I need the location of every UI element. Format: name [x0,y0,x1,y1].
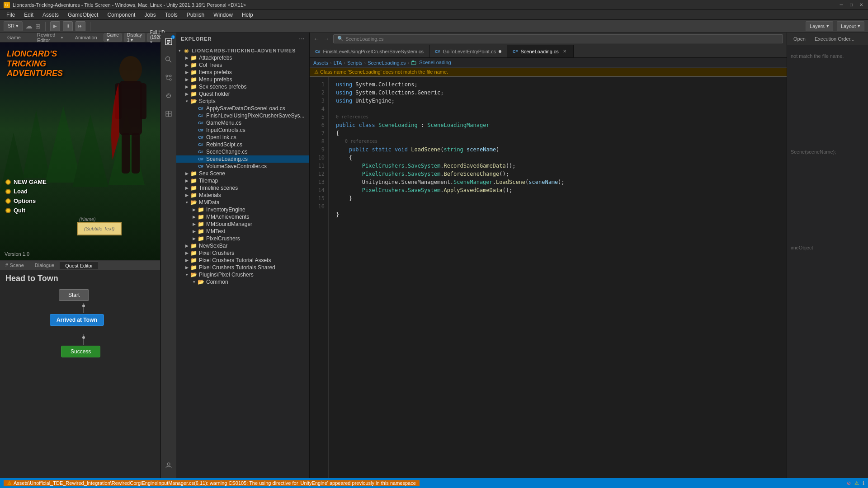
file-game-menu[interactable]: C# GameMenu.cs [176,119,309,127]
maximize-button[interactable]: □ [848,2,854,8]
game-dropdown[interactable]: Game ▾ [104,33,122,42]
file-finish-level[interactable]: C# FinishLevelUsingPixelCrusherSaveSys..… [176,112,309,119]
code-content[interactable]: using System.Collections; using System.C… [329,77,787,478]
breadcrumb-assets[interactable]: Assets [313,60,328,66]
breadcrumb-lta[interactable]: LTA [334,60,342,66]
tab-go-to-level[interactable]: C# GoToLevelEntryPoint.cs [429,45,507,57]
folder-attackprefebs[interactable]: ▶ 📁 Attackprefebs [176,54,309,61]
game-view: LIONCARD'STRICKINGADVENTURES NEW GAME Lo… [0,42,160,260]
menu-edit[interactable]: Edit [19,11,38,19]
layers-button[interactable]: Layers ▾ [806,21,833,31]
search-bar[interactable]: 🔍 SceneLoading.cs [333,34,783,43]
tab-scene-loading[interactable]: C# SceneLoading.cs ✕ [507,45,574,57]
breadcrumb-file[interactable]: SceneLoading.cs [368,60,406,66]
folder-inventory-engine[interactable]: ▶ 📁 InventoryEngine [176,206,309,213]
debug-icon[interactable] [163,90,174,101]
folder-sex-scenes-prefebs[interactable]: ▶ 📁 Sex scenes prefebs [176,83,309,90]
open-button[interactable]: Open [791,35,808,42]
close-button[interactable]: ✕ [858,2,864,8]
arrow: ▶ [184,92,190,96]
file-rebind-scipt[interactable]: C# RebindScipt.cs [176,141,309,148]
file-scene-loading[interactable]: C# SceneLoading.cs [176,155,309,163]
folder-mmtest[interactable]: ▶ 📁 MMTest [176,228,309,235]
menu-help[interactable]: Help [237,11,258,19]
folder-quest-holder[interactable]: ▶ 📁 Quest holder [176,90,309,98]
folder-sex-scene[interactable]: ▶ 📁 Sex Scene [176,170,309,177]
quest-graph: Start Arrived at Town Success [0,287,160,386]
folder-common[interactable]: ▾ 📂 Common [176,278,309,286]
code-line-11: UnityEngine.SceneManagement.SceneManager… [336,178,779,186]
folder-scripts[interactable]: ▾ 📂 Scripts [176,98,309,105]
menu-gameobject[interactable]: GameObject [63,11,103,19]
folder-pixelcrushers-mm[interactable]: ▶ 📁 PixelCrushers [176,235,309,242]
git-icon[interactable] [163,72,174,83]
arrow: ▶ [184,84,190,89]
window-controls: ─ □ ✕ [838,2,864,8]
extensions-icon[interactable] [163,108,174,119]
arrow: ▶ [184,178,190,183]
display-dropdown[interactable]: Display 1 ▾ [124,33,145,42]
folder-tilemap[interactable]: ▶ 📁 Tilemap [176,177,309,184]
file-apply-save[interactable]: C# ApplySaveDataOnSceneLoad.cs [176,105,309,112]
file-label: RebindScipt.cs [206,141,242,148]
menu-tools[interactable]: Tools [160,11,182,19]
explorer-icon[interactable]: 1 [163,36,174,47]
folder-label: Items prefebs [199,69,232,75]
folder-materials[interactable]: ▶ 📁 Materials [176,192,309,199]
folder-mmdata[interactable]: ▾ 📂 MMData [176,199,309,206]
explorer-menu-icon[interactable]: ··· [299,36,305,42]
folder-pc-tutorial-assets[interactable]: ▶ 📁 Pixel Crushers Tutorial Assets [176,257,309,264]
step-button[interactable]: ⏭ [75,21,85,31]
menu-component[interactable]: Component [103,11,140,19]
menu-assets[interactable]: Assets [38,11,63,19]
nav-forward-button[interactable]: → [323,35,330,42]
sr-button[interactable]: SR ▾ [4,21,23,31]
folder-col-trees[interactable]: ▶ 📁 Col Trees [176,61,309,69]
pause-button[interactable]: ⏸ [63,21,73,31]
tab-quest-editor[interactable]: Quest Editor [60,262,98,269]
folder-mmsound[interactable]: ▶ 📁 MMSoundManager [176,221,309,228]
tab-scene[interactable]: # Scene [0,262,29,269]
menu-window[interactable]: Window [209,11,237,19]
menu-publish[interactable]: Publish [182,11,209,19]
root-folder[interactable]: ▾ ◉ LIONCARDS-TRICKING-ADVENTURES [176,47,309,54]
tab-finish-level[interactable]: C# FinishLevelUsingPixelCrusherSaveSyste… [310,45,429,57]
folder-menu-prefebs[interactable]: ▶ 📁 Menu prefebs [176,76,309,83]
breadcrumb-class[interactable]: SceneLoading [411,60,451,66]
breadcrumb-scripts[interactable]: Scripts [347,60,363,66]
account-icon[interactable]: ⊞ [35,23,41,30]
cloud-icon[interactable]: ☁ [25,22,33,30]
folder-mmachievements[interactable]: ▶ 📁 MMAchievements [176,213,309,221]
folder-timeline[interactable]: ▶ 📁 Timeline scenes [176,184,309,192]
folder-plugins-pc[interactable]: ▾ 📂 Plugins\Pixel Crushers [176,271,309,278]
folder-label: Pixel Crushers Tutorial Assets [199,257,271,263]
code-breadcrumb: Assets › LTA › Scripts › SceneLoading.cs… [310,58,787,68]
tab-animation[interactable]: Animation [71,34,102,41]
search-sidebar-icon[interactable] [163,54,174,65]
menu-file[interactable]: File [2,11,19,19]
tab-game[interactable]: Game [3,34,25,41]
arrow: ▶ [184,171,190,176]
nav-back-button[interactable]: ← [313,35,320,42]
execution-order-button[interactable]: Execution Order... [812,35,857,42]
file-open-link[interactable]: C# OpenLink.cs [176,134,309,141]
file-volume-save[interactable]: C# VolumeSaveController.cs [176,163,309,170]
version-text: Version 1.0 [5,251,29,257]
folder-pixel-crushers[interactable]: ▶ 📁 Pixel Crushers [176,249,309,257]
folder-pc-tutorials-shared[interactable]: ▶ 📁 Pixel Crushers Tutorials Shared [176,264,309,271]
folder-items-prefebs[interactable]: ▶ 📁 Items prefebs [176,69,309,76]
code-line-8: { [336,154,779,162]
tab-rewired-editor[interactable]: Rewired Editor [33,31,60,44]
file-input-controls[interactable]: C# InputControls.cs [176,127,309,134]
folder-newsexbar[interactable]: ▶ 📁 NewSexBar [176,242,309,249]
tab-dialogue[interactable]: Dialogue [29,262,60,269]
file-scene-change[interactable]: C# SceneChange.cs [176,148,309,155]
tab-close-button[interactable]: ✕ [561,48,568,55]
layout-button[interactable]: Layout ▾ [837,21,864,31]
arrow: ▶ [184,258,190,263]
quest-node-arrived: Arrived at Town [50,314,104,326]
user-icon[interactable] [163,460,174,471]
minimize-button[interactable]: ─ [838,2,844,8]
play-button[interactable]: ▶ [50,21,60,31]
menu-jobs[interactable]: Jobs [140,11,160,19]
